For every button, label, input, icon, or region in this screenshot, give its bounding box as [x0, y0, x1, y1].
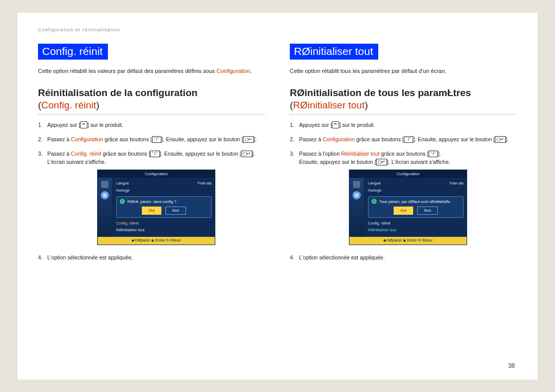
- osd-row-langue: LangueFran ais: [368, 180, 464, 187]
- text: RØinit. param. dans config ?: [127, 199, 176, 205]
- step-3: Passez à Config. réinit grâce aux bouton…: [38, 150, 265, 245]
- label: Horloge: [368, 188, 381, 194]
- osd-sidebar: [349, 178, 364, 237]
- osd-body: LangueFran ais Horloge i Tous param. par…: [349, 178, 467, 237]
- text: ].: [438, 151, 441, 157]
- osd-dialog: i RØinit. param. dans config ? Oui Non: [116, 196, 212, 218]
- section-title-reinit-tout: RØinitialiser tout: [290, 44, 378, 60]
- step-4: L'option sélectionnée est appliquée.: [38, 253, 265, 262]
- text: Cette option rétablit les valeurs par dé…: [38, 68, 216, 74]
- osd-row-langue: LangueFran ais: [116, 180, 212, 187]
- sidebar-icon: [101, 181, 108, 188]
- osd-no-button: Non: [417, 207, 438, 215]
- osd-menu-reinit-tout: RØinitialiser tout: [116, 227, 212, 234]
- osd-window: Configuration LangueFran ais Horloge: [97, 170, 215, 245]
- paren-close: ): [96, 100, 99, 110]
- subsection-heading-right: RØinitialisation de tous les paramŁtres: [290, 86, 517, 100]
- divider: [38, 114, 265, 115]
- info-icon: i: [120, 199, 125, 204]
- two-column-layout: Config. réinit Cette option rétablit les…: [38, 44, 517, 268]
- label: Langue: [116, 180, 129, 186]
- enter-icon: ◻↵: [243, 136, 254, 143]
- osd-screenshot-left: Configuration LangueFran ais Horloge: [47, 170, 265, 245]
- osd-window: Configuration LangueFran ais Horloge: [349, 170, 467, 245]
- osd-footer: ◆ DØplacer ◉ Entrer ⟲ Retour: [98, 237, 215, 245]
- text: Passez à: [299, 136, 323, 142]
- osd-yes-button: Oui: [142, 207, 161, 215]
- text: grâce aux boutons [: [355, 136, 404, 142]
- text: Passez à: [47, 136, 71, 142]
- step-2: Passez à Configuration grâce aux boutons…: [290, 135, 517, 143]
- osd-dialog-buttons: Oui Non: [120, 207, 208, 215]
- right-column: RØinitialiser tout Cette option rétablit…: [290, 44, 517, 268]
- step-2: Passez à Configuration grâce aux boutons…: [38, 135, 265, 143]
- updown-icon: ˄/˅: [404, 136, 414, 143]
- left-column: Config. réinit Cette option rétablit les…: [38, 44, 265, 268]
- text: ]. L'écran suivant s'affiche.: [387, 159, 450, 165]
- text: Passez à l'option: [299, 151, 341, 157]
- updown-icon: ˄/˅: [429, 151, 438, 157]
- osd-dialog-message: i Tous param. par dØfaut sont rØinitiali…: [372, 199, 460, 205]
- text: grâce aux boutons [: [103, 136, 152, 142]
- enter-icon: ◻↵: [495, 136, 506, 143]
- osd-dialog-message: i RØinit. param. dans config ?: [120, 199, 208, 205]
- label: RØinitialiser tout: [116, 227, 144, 233]
- osd-menu-config-reinit: Config. rØinit: [116, 220, 212, 227]
- text: ].: [506, 136, 509, 142]
- manual-page: Configuration et réinitialisation Config…: [17, 13, 538, 380]
- breadcrumb: Configuration et réinitialisation: [38, 27, 517, 32]
- value: Fran ais: [198, 180, 212, 186]
- subsection-subtitle-right: (RØinitialiser tout): [290, 100, 517, 111]
- highlight: Config. réinit: [41, 100, 96, 110]
- text: ].: [254, 136, 257, 142]
- osd-title: Configuration: [349, 170, 467, 178]
- osd-menu-reinit-tout: RØinitialiser tout: [368, 227, 464, 234]
- section-title-config-reinit: Config. réinit: [38, 44, 108, 60]
- text: ]. Ensuite, appuyez sur le bouton [: [413, 136, 495, 142]
- osd-row-horloge: Horloge: [368, 187, 464, 194]
- osd-sidebar: [98, 178, 112, 237]
- osd-dialog-buttons: Oui Non: [372, 207, 460, 215]
- text: ] sur le produit.: [339, 122, 375, 128]
- text: Appuyez sur [: [299, 122, 332, 128]
- label: Config. rØinit: [368, 220, 391, 227]
- steps-list-left: Appuyez sur [ᵐ] sur le produit. Passez à…: [38, 121, 265, 262]
- osd-screenshot-right: Configuration LangueFran ais Horloge: [299, 170, 517, 245]
- step-1: Appuyez sur [ᵐ] sur le produit.: [290, 121, 517, 129]
- osd-no-button: Non: [165, 207, 186, 215]
- step-3: Passez à l'option Réinitialiser tout grâ…: [290, 150, 517, 245]
- sidebar-icon: [353, 181, 360, 188]
- osd-body: LangueFran ais Horloge i RØinit. param. …: [98, 178, 215, 237]
- label: Horloge: [116, 188, 130, 194]
- divider: [290, 114, 517, 115]
- steps-list-right: Appuyez sur [ᵐ] sur le produit. Passez à…: [290, 121, 517, 262]
- osd-main: LangueFran ais Horloge i RØinit. param. …: [112, 178, 215, 237]
- text: ]. Ensuite, appuyez sur le bouton [: [160, 151, 242, 157]
- enter-icon: ◻↵: [376, 159, 387, 165]
- highlight: RØinitialiser tout: [293, 100, 364, 110]
- menu-button-icon: ᵐ: [80, 121, 87, 128]
- text: grâce aux boutons [: [380, 151, 429, 157]
- intro-text-left: Cette option rétablit les valeurs par dé…: [38, 67, 265, 76]
- step-4: L'option sélectionnée est appliquée.: [290, 253, 517, 262]
- intro-text-right: Cette option rétablit tous les paramètre…: [290, 67, 517, 76]
- paren-close: ): [365, 100, 368, 110]
- text: ]. Ensuite, appuyez sur le bouton [: [161, 136, 243, 142]
- page-number: 38: [508, 362, 515, 369]
- step-1: Appuyez sur [ᵐ] sur le produit.: [38, 121, 265, 129]
- osd-row-horloge: Horloge: [116, 187, 212, 194]
- text: Passez à: [47, 151, 71, 157]
- osd-dialog: i Tous param. par dØfaut sont rØinitiali…: [368, 196, 464, 218]
- text: Ensuite, appuyez sur le bouton [: [299, 159, 376, 165]
- info-icon: i: [372, 199, 377, 204]
- text: Appuyez sur [: [47, 122, 80, 128]
- menu-button-icon: ᵐ: [332, 121, 339, 128]
- text: Tous param. par dØfaut sont rØinitialisØ…: [379, 199, 451, 205]
- enter-icon: ◻↵: [242, 151, 252, 157]
- updown-icon: ˄/˅: [152, 136, 162, 143]
- subsection-subtitle-left: (Config. réinit): [38, 100, 265, 111]
- updown-icon: ˄/˅: [150, 151, 160, 157]
- subsection-heading-left: Réinitialisation de la configuration: [38, 86, 265, 100]
- osd-footer: ◆ DØplacer ◉ Entrer ⟲ Retour: [349, 237, 467, 245]
- text: ] sur le produit.: [87, 122, 123, 128]
